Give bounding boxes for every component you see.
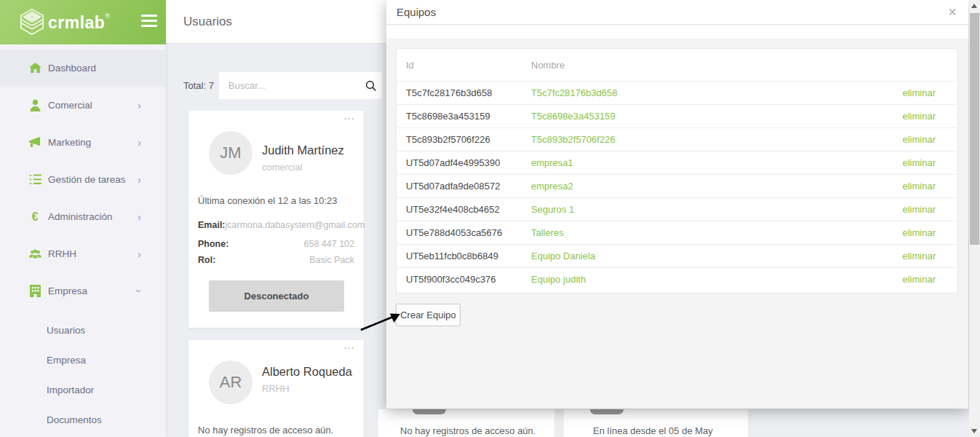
scrollbar-up-arrow-icon[interactable] — [971, 4, 977, 8]
avatar: AR — [209, 361, 252, 404]
sidebar-item-label: Dashboard — [48, 63, 96, 74]
app-window: Usuarios Total: 7 ⋯ JM Judith Martínez c… — [0, 0, 980, 437]
search-icon[interactable] — [360, 80, 382, 92]
delete-team-link[interactable]: eliminar — [902, 251, 936, 261]
sidebar-item-label: RRHH — [48, 248, 76, 259]
team-id: UT5e32f4e408cb4652 — [397, 204, 531, 215]
sidebar-subitem-usuarios[interactable]: Usuarios — [0, 315, 166, 345]
people-group-icon — [28, 248, 42, 261]
modal-header: Equipos — [386, 0, 968, 25]
modal-title: Equipos — [397, 0, 968, 24]
sidebar-subitem-documentos[interactable]: Documentos — [0, 405, 166, 435]
rol-row: Rol: Basic Pack — [198, 255, 354, 265]
access-note: No hay registros de acceso aún. — [198, 425, 333, 436]
team-name-link[interactable]: T5c893b2f5706f226 — [531, 134, 616, 145]
table-header-row: Id Nombre — [397, 49, 957, 81]
team-name-link[interactable]: Talleres — [531, 227, 564, 238]
card-menu-icon[interactable]: ⋯ — [343, 342, 355, 355]
delete-team-link[interactable]: eliminar — [902, 111, 936, 122]
user-name: Alberto Roqueda RRHH — [262, 363, 353, 397]
sidebar-subitem-empresa[interactable]: Empresa — [0, 345, 166, 375]
megaphone-icon — [28, 136, 42, 149]
sidebar-item-label: Gestión de tareas — [48, 174, 126, 185]
phone-value: 658 447 102 — [303, 239, 354, 249]
sidebar-nav: Dashboard Comercial › Marketing › — [0, 50, 166, 310]
search-box[interactable] — [218, 71, 383, 100]
rol-value: Basic Pack — [309, 255, 354, 265]
column-header-id: Id — [397, 60, 531, 71]
vertical-scrollbar[interactable] — [969, 0, 980, 437]
close-icon[interactable]: × — [948, 3, 957, 20]
chevron-down-icon: › — [133, 289, 146, 293]
chevron-right-icon: › — [138, 99, 141, 111]
team-id: T5c8698e3a453159 — [397, 111, 531, 122]
avatar-fragment — [413, 409, 446, 414]
delete-team-link[interactable]: eliminar — [902, 157, 936, 168]
search-input[interactable] — [219, 80, 360, 91]
sidebar-header: crmlab ® — [0, 0, 166, 44]
total-count-label: Total: 7 — [183, 80, 214, 91]
delete-team-link[interactable]: eliminar — [902, 227, 936, 238]
team-name-link[interactable]: empresa2 — [531, 181, 573, 192]
sidebar-item-empresa[interactable]: Empresa › — [0, 272, 166, 310]
sidebar-item-dashboard[interactable]: Dashboard — [0, 50, 166, 87]
user-name-text: Judith Martínez — [262, 143, 344, 157]
team-id: T5c7fc28176b3d658 — [397, 87, 531, 98]
crmlab-logo-icon — [19, 8, 45, 36]
access-note: No hay registros de acceso aún. — [400, 425, 535, 436]
user-role: RRHH — [262, 381, 353, 397]
team-name-link[interactable]: Seguros 1 — [531, 204, 574, 215]
sidebar-item-gestion-tareas[interactable]: Gestión de tareas › — [0, 161, 166, 198]
sidebar-item-rrhh[interactable]: RRHH › — [0, 235, 166, 272]
sidebar-item-comercial[interactable]: Comercial › — [0, 87, 166, 124]
scrollbar-down-arrow-icon[interactable] — [971, 429, 977, 433]
user-card-partial: En línea desde el 05 de May — [564, 409, 748, 437]
table-row: T5c7fc28176b3d658 T5c7fc28176b3d658 elim… — [397, 81, 957, 104]
team-name-link[interactable]: empresa1 — [531, 157, 573, 168]
brand-name: crmlab — [48, 8, 105, 37]
team-id: UT5eb11fcb0c8b6849 — [397, 251, 531, 261]
euro-icon: € — [28, 210, 42, 224]
create-team-button[interactable]: Crear Equipo — [396, 304, 461, 326]
delete-team-link[interactable]: eliminar — [902, 134, 936, 145]
delete-team-link[interactable]: eliminar — [902, 181, 936, 192]
email-label: Email: — [198, 220, 226, 230]
sidebar: crmlab ® Dashboard Comercial › — [0, 0, 166, 437]
status-button[interactable]: Desconectado — [209, 280, 344, 312]
table-row: UT5f900f3cc049c376 Equipo judith elimina… — [397, 267, 957, 291]
modal-subbar — [386, 25, 968, 39]
chevron-right-icon: › — [138, 136, 141, 149]
phone-row: Phone: 658 447 102 — [198, 239, 354, 249]
team-name-link[interactable]: T5c8698e3a453159 — [531, 111, 616, 122]
sidebar-subitem-importador[interactable]: Importador — [0, 375, 166, 405]
task-list-icon — [28, 173, 42, 186]
user-name-text: Alberto Roqueda — [262, 365, 352, 378]
column-header-nombre: Nombre — [531, 60, 877, 71]
building-icon — [28, 285, 42, 298]
delete-team-link[interactable]: eliminar — [902, 87, 936, 98]
team-id: T5c893b2f5706f226 — [397, 134, 531, 145]
card-menu-icon[interactable]: ⋯ — [343, 112, 355, 125]
team-name-link[interactable]: Equipo Daniela — [531, 251, 595, 261]
delete-team-link[interactable]: eliminar — [902, 274, 936, 285]
phone-label: Phone: — [198, 239, 228, 249]
team-name-link[interactable]: T5c7fc28176b3d658 — [531, 87, 618, 98]
table-row: T5c8698e3a453159 T5c8698e3a453159 elimin… — [397, 104, 957, 127]
table-row: UT5d07adfa9de08572 empresa2 eliminar — [397, 174, 957, 197]
sidebar-item-label: Comercial — [48, 100, 92, 111]
email-row: Email: jcarmona.dabasystem@gmail.com — [198, 220, 354, 230]
brand-logo: crmlab ® — [19, 8, 110, 37]
user-card-judith: ⋯ JM Judith Martínez comercial Última co… — [188, 111, 364, 328]
hamburger-menu-icon[interactable] — [141, 15, 157, 28]
home-icon — [28, 62, 42, 75]
scrollbar-thumb[interactable] — [970, 13, 979, 245]
chevron-right-icon: › — [138, 210, 141, 223]
delete-team-link[interactable]: eliminar — [902, 204, 936, 215]
sidebar-subnav-empresa: Usuarios Empresa Importador Documentos — [0, 315, 166, 435]
sidebar-item-administracion[interactable]: € Administración › — [0, 198, 166, 235]
sidebar-item-marketing[interactable]: Marketing › — [0, 124, 166, 161]
chevron-right-icon: › — [138, 173, 141, 186]
team-name-link[interactable]: Equipo judith — [531, 274, 586, 285]
equipos-modal: Equipos × Id Nombre T5c7fc28176b3d658 T5… — [386, 0, 968, 409]
user-role: comercial — [262, 160, 353, 176]
